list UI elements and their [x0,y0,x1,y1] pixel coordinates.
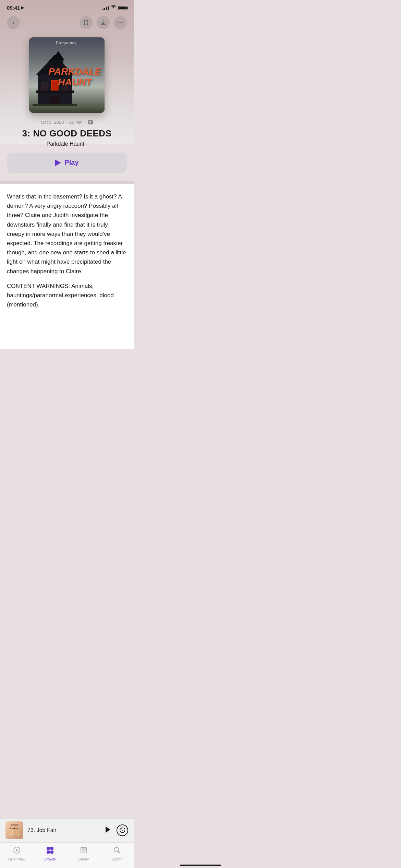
episode-date: Oct 5, 2020 [41,120,64,125]
chevron-right-icon: › [86,141,87,147]
episode-description: What's that in the basement? Is it a gho… [0,184,134,349]
podcast-name-link[interactable]: Parkdale Haunt › [0,140,134,153]
play-section: Play [0,153,134,178]
description-text: What's that in the basement? Is it a gho… [7,192,127,309]
meta-dot-1: · [66,120,67,125]
podcast-name-text: Parkdale Haunt [47,141,84,147]
play-label: Play [64,159,78,167]
svg-rect-9 [36,91,74,93]
artwork-title: PARKDALE HAUNT [49,67,101,88]
more-options-button[interactable]: ··· [114,16,127,29]
meta-dot-2: · [85,120,86,125]
episode-duration: 26 min [69,120,83,125]
status-bar: 09:41 ▶ [0,0,134,13]
back-button[interactable]: ‹ [7,16,20,29]
episode-title: 3: NO GOOD DEEDS [0,126,134,140]
header: ‹ ··· [0,13,134,35]
time-display: 09:41 [7,5,20,11]
explicit-badge: E [88,120,93,124]
artwork-container: Frequency. [0,35,134,118]
signal-bars-icon [102,6,109,10]
status-icons [102,5,127,10]
wifi-icon [111,5,116,10]
play-button[interactable]: Play [7,153,127,173]
download-button[interactable] [97,16,110,29]
battery-icon [118,6,127,10]
status-time: 09:41 ▶ [7,5,24,11]
podcast-artwork: Frequency. [29,37,105,113]
svg-rect-4 [41,82,48,91]
brand-text: Frequency. [29,41,105,45]
description-body: What's that in the basement? Is it a gho… [7,192,127,276]
episode-meta: Oct 5, 2020 · 26 min · E [0,118,134,126]
section-divider [0,181,134,184]
content-warnings: CONTENT WARNINGS: Animals, hauntings/par… [7,281,127,310]
play-triangle-icon [55,159,61,166]
location-icon: ▶ [21,5,24,10]
svg-rect-10 [33,104,77,106]
bookmark-button[interactable] [80,16,93,29]
